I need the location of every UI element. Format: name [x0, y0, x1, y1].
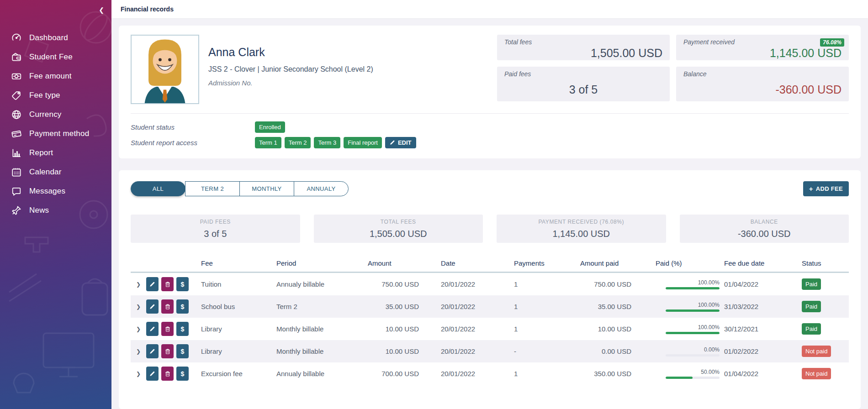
- pay-fee-button[interactable]: $: [176, 344, 189, 358]
- table-row[interactable]: ❯ $ Excursion fee Annualy billable 700.0…: [131, 362, 849, 385]
- pay-fee-button[interactable]: $: [176, 277, 189, 291]
- paid-fees-value: 3 of 5: [504, 83, 662, 96]
- cell-payments: 1: [514, 370, 580, 378]
- status-badge: Paid: [802, 278, 821, 290]
- sidebar-item-news[interactable]: News: [0, 201, 111, 220]
- paid-percent-value: 100.00%: [666, 302, 720, 308]
- col-period: Period: [276, 259, 368, 267]
- fees-filter-tabs: ALL TERM 2 MONTHLY ANNUALY: [131, 181, 349, 196]
- mini-value: 3 of 5: [204, 229, 227, 239]
- sidebar-item-fee-amount[interactable]: Fee amount: [0, 67, 111, 86]
- sidebar-item-label: Report: [29, 148, 53, 157]
- edit-fee-button[interactable]: [146, 322, 159, 336]
- table-row[interactable]: ❯ $ Tuition Annualy billable 750.00 USD …: [131, 273, 849, 295]
- expand-row-icon[interactable]: ❯: [131, 348, 146, 355]
- trash-icon: [164, 281, 171, 288]
- admission-number-label: Admission No.: [208, 79, 373, 87]
- sidebar-item-label: Payment method: [29, 129, 89, 138]
- sidebar-item-dashboard[interactable]: Dashboard: [0, 28, 111, 47]
- sidebar-item-student-fee[interactable]: Student Fee: [0, 47, 111, 67]
- pencil-icon: [149, 348, 155, 354]
- cell-fee: Library: [201, 325, 276, 333]
- edit-fee-button[interactable]: [146, 277, 159, 291]
- financial-summary: Total fees 1,505.00 USD Payment received…: [497, 35, 849, 101]
- sidebar-item-fee-type[interactable]: Fee type: [0, 86, 111, 105]
- main-area: Financial records: [111, 0, 868, 409]
- mini-value: 1,505.00 USD: [370, 229, 427, 239]
- cell-period: Monthly billable: [276, 325, 368, 333]
- edit-button-label: EDIT: [398, 139, 412, 146]
- table-row[interactable]: ❯ $ School bus Term 2 35.00 USD 20/01/20…: [131, 295, 849, 318]
- student-class: JSS 2 - Clover | Junior Secondary School…: [208, 65, 373, 73]
- content: Anna Clark JSS 2 - Clover | Junior Secon…: [111, 18, 868, 409]
- dollar-icon: $: [181, 325, 185, 333]
- trash-icon: [164, 326, 171, 332]
- sidebar-item-label: Currency: [29, 110, 62, 119]
- paid-progress-bar: [666, 332, 720, 334]
- pay-fee-button[interactable]: $: [176, 367, 189, 381]
- sidebar-item-messages[interactable]: Messages: [0, 182, 111, 201]
- dollar-icon: $: [181, 348, 185, 355]
- student-status-row: Student status Enrolled: [131, 121, 849, 133]
- edit-fee-button[interactable]: [146, 299, 159, 314]
- cell-fee-due-date: 01/04/2022: [724, 280, 802, 288]
- total-fees-label: Total fees: [504, 38, 662, 46]
- delete-fee-button[interactable]: [161, 367, 174, 381]
- edit-fee-button[interactable]: [146, 367, 159, 381]
- cell-amount-paid: 35.00 USD: [580, 303, 631, 310]
- tab-all[interactable]: ALL: [131, 181, 185, 196]
- sidebar-item-currency[interactable]: Currency: [0, 105, 111, 124]
- report-access-label: Student report access: [131, 139, 255, 147]
- credit-card-icon: [11, 128, 22, 139]
- pay-fee-button[interactable]: $: [176, 322, 189, 336]
- tab-annualy[interactable]: ANNUALY: [294, 181, 349, 196]
- cell-amount-paid: 750.00 USD: [580, 280, 631, 288]
- status-badge: Not paid: [802, 368, 831, 379]
- table-row[interactable]: ❯ $ Library Monthly billable 10.00 USD 2…: [131, 318, 849, 340]
- paid-progress-bar: [666, 354, 720, 357]
- messages-icon: [11, 186, 22, 197]
- fees-toolbar: ALL TERM 2 MONTHLY ANNUALY + ADD FEE: [131, 181, 849, 196]
- delete-fee-button[interactable]: [161, 277, 174, 291]
- tab-term2[interactable]: TERM 2: [185, 181, 240, 196]
- cell-fee: School bus: [201, 303, 276, 310]
- payment-received-mini-card: PAYMENT RECEIVED (76.08%) 1,145.00 USD: [497, 215, 666, 243]
- sidebar: ❮ Dashboard Student Fee Fee amount Fee t…: [0, 0, 111, 409]
- cell-payments: -: [514, 347, 580, 355]
- expand-row-icon[interactable]: ❯: [131, 326, 146, 332]
- student-info: Anna Clark JSS 2 - Clover | Junior Secon…: [208, 35, 373, 87]
- table-row[interactable]: ❯ $ Library Monthly billable 10.00 USD 2…: [131, 340, 849, 362]
- term3-badge: Term 3: [314, 137, 340, 148]
- delete-fee-button[interactable]: [161, 322, 174, 336]
- sidebar-item-report[interactable]: Report: [0, 143, 111, 163]
- tab-monthly[interactable]: MONTHLY: [239, 181, 294, 196]
- add-fee-button[interactable]: + ADD FEE: [803, 181, 849, 196]
- sidebar-item-payment-method[interactable]: Payment method: [0, 124, 111, 143]
- pay-fee-button[interactable]: $: [176, 299, 189, 314]
- edit-report-access-button[interactable]: EDIT: [385, 137, 416, 148]
- delete-fee-button[interactable]: [161, 299, 174, 314]
- edit-fee-button[interactable]: [146, 344, 159, 358]
- col-fee-due-date: Fee due date: [724, 259, 802, 267]
- status-badge: Enrolled: [255, 121, 285, 133]
- bar-chart-icon: [11, 147, 22, 158]
- dollar-icon: $: [181, 303, 185, 310]
- fee-table-header: Fee Period Amount Date Payments Amount p…: [131, 255, 849, 273]
- delete-fee-button[interactable]: [161, 344, 174, 358]
- expand-row-icon[interactable]: ❯: [131, 371, 146, 377]
- cell-payments: 1: [514, 303, 580, 310]
- calendar-icon: [11, 167, 22, 178]
- sidebar-item-label: Fee amount: [29, 72, 72, 81]
- sidebar-item-label: Dashboard: [29, 33, 68, 42]
- balance-card: Balance -360.00 USD: [676, 67, 849, 101]
- expand-row-icon[interactable]: ❯: [131, 304, 146, 310]
- student-card: Anna Clark JSS 2 - Clover | Junior Secon…: [119, 26, 861, 158]
- dollar-icon: $: [181, 281, 185, 288]
- sidebar-item-calendar[interactable]: Calendar: [0, 163, 111, 182]
- cell-period: Annualy billable: [276, 280, 368, 288]
- total-fees-value: 1,505.00 USD: [504, 47, 662, 60]
- expand-row-icon[interactable]: ❯: [131, 281, 146, 288]
- cell-amount: 750.00 USD: [368, 280, 419, 288]
- mini-label: TOTAL FEES: [381, 219, 416, 225]
- report-access-row: Student report access Term 1 Term 2 Term…: [131, 136, 849, 148]
